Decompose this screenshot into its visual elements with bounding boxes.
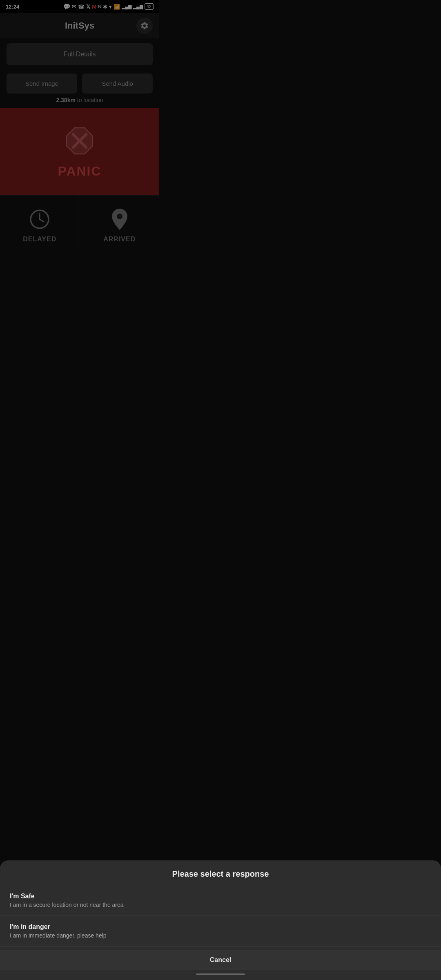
sheet-overlay[interactable] (0, 0, 159, 345)
